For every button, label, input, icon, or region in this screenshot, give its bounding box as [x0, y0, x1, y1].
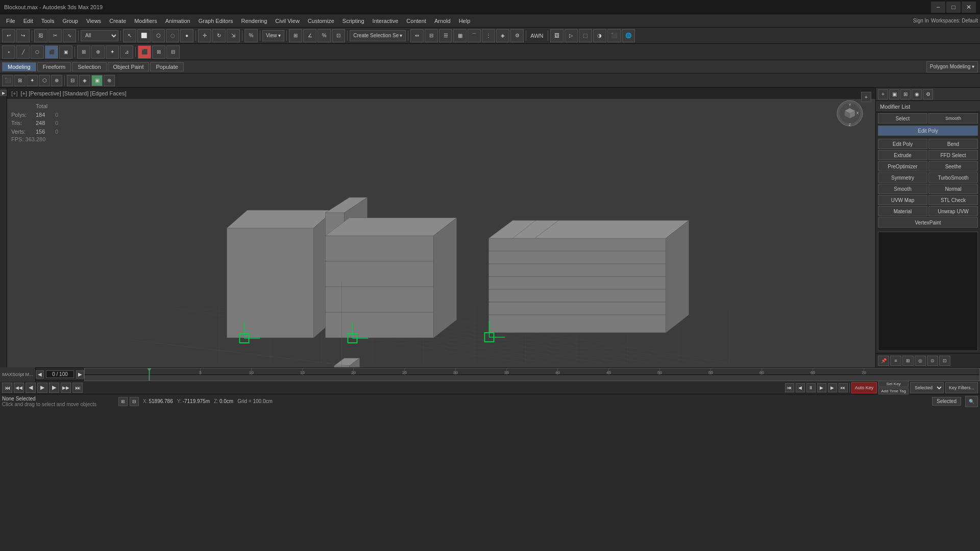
- rp-display-button[interactable]: ◉: [912, 89, 922, 99]
- timeline-prev-btn[interactable]: ◀: [36, 370, 44, 379]
- current-frame-display[interactable]: 0 / 100: [46, 370, 74, 378]
- active-shade-button[interactable]: ◑: [593, 29, 606, 42]
- select-region-button[interactable]: ⬜: [137, 29, 151, 42]
- layer-manager-button[interactable]: ☰: [439, 29, 452, 42]
- sub-btn5[interactable]: ⊕: [51, 75, 62, 86]
- smooth-modifier-button[interactable]: Smooth: [928, 113, 978, 123]
- menu-graph-editors[interactable]: Graph Editors: [194, 14, 237, 27]
- rp-add-button[interactable]: +: [878, 89, 888, 99]
- viewport-plus[interactable]: [+]: [11, 90, 18, 96]
- menu-rendering[interactable]: Rendering: [237, 14, 272, 27]
- select-lasso-button[interactable]: ◌: [166, 29, 179, 42]
- undo-button[interactable]: ↩: [2, 29, 15, 42]
- rp-motion-button[interactable]: ▣: [889, 89, 899, 99]
- prev-key-right-button[interactable]: ◀: [796, 383, 805, 392]
- create-selection-button[interactable]: Create Selection Se ▾: [350, 30, 406, 41]
- modifier-smooth[interactable]: Smooth: [878, 184, 927, 194]
- modifier-turbosmooth[interactable]: TurboSmooth: [928, 172, 978, 183]
- stop-button[interactable]: ⏸: [806, 383, 816, 392]
- selection-filter-dropdown[interactable]: All Geometry Shapes Lights: [81, 30, 118, 41]
- modifier-preoptimizer[interactable]: PreOptimizer: [878, 161, 927, 171]
- set-key-button[interactable]: Set Key: [878, 381, 909, 387]
- menu-views[interactable]: Views: [82, 14, 105, 27]
- sub-btn9[interactable]: ⊕: [104, 75, 115, 86]
- menu-file[interactable]: File: [2, 14, 19, 27]
- timeline-next-btn[interactable]: ▶: [76, 370, 84, 379]
- viewport-compass[interactable]: Y X Z: [835, 98, 865, 129]
- selected-filter-dropdown[interactable]: Selected All: [910, 382, 944, 393]
- unlink-button[interactable]: ✂: [48, 29, 62, 42]
- modifier-ffd-select[interactable]: FFD Select: [928, 150, 978, 160]
- go-start-right-button[interactable]: ⏮: [785, 383, 794, 392]
- viewport-scene[interactable]: [7, 88, 875, 367]
- menu-civil-view[interactable]: Civil View: [271, 14, 303, 27]
- left-expand-btn[interactable]: ▶: [1, 90, 7, 96]
- toolbar2-btn2[interactable]: ⊕: [91, 45, 105, 59]
- mod-tool-history[interactable]: ≡: [890, 356, 901, 366]
- mod-tool-settings[interactable]: ⊡: [939, 356, 950, 366]
- timeline-track[interactable]: 5 10 15 20 25 30 35 40 45 50 55 60 65 70: [84, 368, 980, 381]
- object-middle[interactable]: [326, 197, 457, 343]
- rp-hierarchy-button[interactable]: ⊞: [900, 89, 911, 99]
- menu-scripting[interactable]: Scripting: [338, 14, 369, 27]
- modifier-uvw-map[interactable]: UVW Map: [878, 195, 927, 205]
- menu-edit[interactable]: Edit: [19, 14, 37, 27]
- quick-render-button[interactable]: ▷: [565, 29, 578, 42]
- modifier-seethe[interactable]: Seethe: [928, 161, 978, 171]
- link-button[interactable]: ⛓: [34, 29, 47, 42]
- prev-key-button[interactable]: ◀◀: [14, 383, 24, 393]
- mode-tab-populate[interactable]: Populate: [150, 62, 183, 71]
- menu-interactive[interactable]: Interactive: [369, 14, 403, 27]
- edit-poly-modifier-button[interactable]: Edit Poly: [878, 126, 978, 136]
- angle-snap-button[interactable]: ∠: [303, 29, 316, 42]
- toolbar2-btn4[interactable]: ⊿: [120, 45, 133, 59]
- search-commands-button[interactable]: 🔍: [965, 396, 978, 407]
- vertex-mode-button[interactable]: ▪: [2, 45, 15, 59]
- sub-btn8[interactable]: ▣: [91, 75, 103, 86]
- modifier-edit-poly[interactable]: Edit Poly: [878, 139, 927, 149]
- modifier-normal[interactable]: Normal: [928, 184, 978, 194]
- status-icon1[interactable]: ⊞: [118, 397, 128, 406]
- scale-button[interactable]: ⇲: [227, 29, 240, 42]
- modifier-symmetry[interactable]: Symmetry: [878, 172, 927, 183]
- mode-tab-object-paint[interactable]: Object Paint: [108, 62, 150, 71]
- mod-tool-world[interactable]: ⊙: [927, 356, 938, 366]
- minimize-button[interactable]: −: [931, 2, 945, 13]
- curve-editor-button[interactable]: ⌒: [468, 29, 481, 42]
- next-key-button[interactable]: ▶▶: [61, 383, 71, 393]
- select-fence-button[interactable]: ⬡: [152, 29, 165, 42]
- polygon-mode-button[interactable]: ⬛: [45, 45, 58, 59]
- mode-tab-freeform[interactable]: Freeform: [37, 62, 71, 71]
- modifier-vertex-paint[interactable]: VertexPaint: [878, 217, 978, 228]
- close-button[interactable]: ✕: [962, 2, 976, 13]
- menu-tools[interactable]: Tools: [37, 14, 59, 27]
- modifier-material[interactable]: Material: [878, 206, 927, 216]
- add-time-tag-button[interactable]: Add Time Tag: [878, 388, 909, 394]
- select-modifier-button[interactable]: Select: [878, 113, 927, 123]
- spinner-snap-button[interactable]: ⊡: [332, 29, 345, 42]
- material-editor-button[interactable]: ◈: [496, 29, 509, 42]
- mod-tool-pin[interactable]: 📌: [878, 356, 889, 366]
- select-object-button[interactable]: ↖: [123, 29, 136, 42]
- mod-tool-stack[interactable]: ⊞: [902, 356, 914, 366]
- modifier-bend[interactable]: Bend: [928, 139, 978, 149]
- menu-content[interactable]: Content: [402, 14, 430, 27]
- status-icon2[interactable]: ⊟: [130, 397, 139, 406]
- mode-tab-modeling[interactable]: Modeling: [2, 62, 36, 71]
- toolbar2-btn3[interactable]: ✦: [106, 45, 119, 59]
- sub-btn7[interactable]: ◈: [79, 75, 90, 86]
- toolbar2-btn6[interactable]: ⊞: [152, 45, 165, 59]
- menu-animation[interactable]: Animation: [161, 14, 194, 27]
- environment-button[interactable]: 🌐: [622, 29, 635, 42]
- select-move-button[interactable]: ✛: [198, 29, 211, 42]
- rotate-button[interactable]: ↻: [212, 29, 226, 42]
- schematic-button[interactable]: ⋮: [482, 29, 495, 42]
- viewport[interactable]: [+] [+] [Perspective] [Standard] [Edged …: [7, 88, 875, 367]
- sub-btn6[interactable]: ⊟: [67, 75, 78, 86]
- play-right-button[interactable]: ▶: [817, 383, 826, 392]
- modifier-extrude[interactable]: Extrude: [878, 150, 927, 160]
- redo-button[interactable]: ↪: [16, 29, 30, 42]
- play-button[interactable]: ▶: [37, 383, 47, 393]
- maximize-button[interactable]: □: [946, 2, 961, 13]
- select-paint-button[interactable]: ●: [180, 29, 193, 42]
